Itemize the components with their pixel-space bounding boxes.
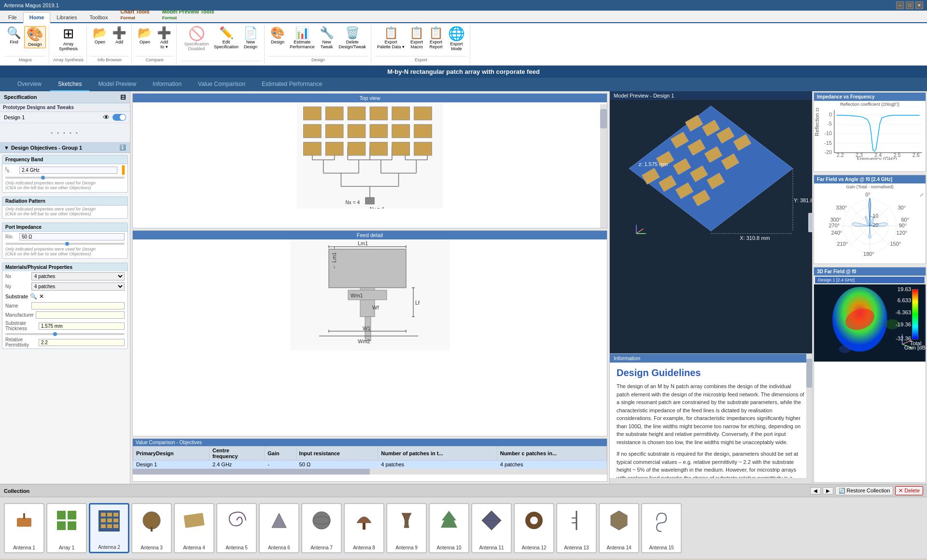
export-report-button[interactable]: 📋 ExportReport bbox=[427, 26, 445, 50]
add-to-icon: ➕ bbox=[157, 27, 171, 39]
nav-tab-model-preview[interactable]: Model Preview bbox=[90, 78, 144, 91]
delete-collection-button[interactable]: ✕ Delete bbox=[895, 486, 923, 495]
minimize-button[interactable]: − bbox=[896, 1, 904, 9]
visibility-icon[interactable]: 👁 bbox=[103, 113, 110, 121]
export-palette-label: ExportPalette Data ▾ bbox=[377, 40, 405, 49]
ny-select[interactable]: 4 patches bbox=[31, 282, 125, 291]
antenna-item-14[interactable]: Antenna 13 bbox=[556, 503, 597, 553]
svg-text:Lf: Lf bbox=[415, 300, 420, 306]
delete-icon: ✕ bbox=[899, 488, 903, 493]
name-input[interactable] bbox=[31, 302, 125, 309]
permittivity-input[interactable] bbox=[39, 339, 125, 346]
info-h-scrollbar[interactable] bbox=[610, 478, 806, 484]
ribbon-group-specification: 🚫 SpecificationDisabled ✏️ EditSpecifica… bbox=[178, 25, 265, 63]
svg-text:240°: 240° bbox=[831, 230, 843, 236]
nav-tab-estimated-performance[interactable]: Estimated Performance bbox=[254, 78, 330, 91]
table-h-scrollbar[interactable] bbox=[133, 469, 607, 475]
design-action-button[interactable]: 🎨 Design bbox=[268, 26, 287, 45]
specification-disabled-button[interactable]: 🚫 SpecificationDisabled bbox=[182, 26, 211, 52]
new-tweak-button[interactable]: 🔧 NewTweak bbox=[318, 26, 336, 50]
nav-prev-button[interactable]: ◀ bbox=[810, 487, 821, 494]
info-scrollbar[interactable] bbox=[806, 354, 812, 484]
new-tweak-icon: 🔧 bbox=[320, 27, 334, 39]
antenna-item-2[interactable]: Array 1 bbox=[46, 503, 87, 553]
antenna-item-12[interactable]: Antenna 11 bbox=[471, 503, 512, 553]
tab-libraries[interactable]: Libraries bbox=[50, 12, 83, 22]
antenna-item-6[interactable]: Antenna 5 bbox=[216, 503, 257, 553]
antenna-thumb-7 bbox=[265, 506, 294, 535]
info-icon[interactable]: ℹ️ bbox=[119, 144, 126, 151]
new-design-button[interactable]: 📄 NewDesign bbox=[241, 26, 260, 50]
antenna-item-11[interactable]: Antenna 10 bbox=[429, 503, 469, 553]
antenna-thumb-13 bbox=[520, 506, 548, 535]
polar-expand-button[interactable]: ⤢ bbox=[920, 192, 924, 197]
nav-tab-value-comparison[interactable]: Value Comparison bbox=[190, 78, 253, 91]
svg-text:Y: 381.6 mm: Y: 381.6 mm bbox=[794, 197, 812, 203]
open-compare-button[interactable]: 📂 Open bbox=[136, 26, 154, 45]
antenna-item-16[interactable]: Antenna 15 bbox=[641, 503, 682, 553]
design-item-label: Design 1 bbox=[4, 114, 100, 120]
design-button[interactable]: 🎨 Design bbox=[24, 26, 46, 48]
nav-tab-information[interactable]: Information bbox=[145, 78, 189, 91]
array-synthesis-button[interactable]: ⊞ ArraySynthesis bbox=[56, 26, 81, 52]
tab-home[interactable]: Home bbox=[23, 12, 51, 23]
expand-handle[interactable] bbox=[808, 213, 812, 232]
fs-slider[interactable] bbox=[5, 177, 125, 179]
tab-file[interactable]: File bbox=[2, 12, 23, 22]
antenna-item-7[interactable]: Antenna 6 bbox=[259, 503, 299, 553]
thickness-slider[interactable] bbox=[5, 333, 125, 335]
add-info-button[interactable]: ➕ Add bbox=[110, 26, 128, 45]
tab-toolbox[interactable]: Toolbox bbox=[83, 12, 114, 22]
nx-select[interactable]: 4 patches bbox=[31, 272, 125, 280]
antenna-item-10[interactable]: Antenna 9 bbox=[386, 503, 427, 553]
ny-text: Ny = 4 bbox=[370, 207, 384, 209]
restore-collection-button[interactable]: 🔄 Restore Collection bbox=[835, 486, 894, 495]
antenna-item-8[interactable]: Antenna 7 bbox=[301, 503, 342, 553]
spec-expand-icon[interactable]: ⊟ bbox=[120, 93, 126, 101]
maximize-button[interactable]: □ bbox=[906, 1, 913, 9]
rin-slider[interactable] bbox=[5, 243, 125, 245]
svg-rect-26 bbox=[392, 107, 410, 120]
antenna-item-13[interactable]: Antenna 12 bbox=[514, 503, 554, 553]
design-toggle[interactable] bbox=[112, 114, 126, 121]
nav-tab-sketches[interactable]: Sketches bbox=[50, 78, 89, 91]
antenna-item-9[interactable]: Antenna 8 bbox=[344, 503, 384, 553]
svg-rect-42 bbox=[329, 249, 406, 288]
thickness-input[interactable] bbox=[39, 322, 125, 330]
nav-tab-overview[interactable]: Overview bbox=[10, 78, 49, 91]
nx-row: Nx 4 patches bbox=[2, 271, 127, 281]
substrate-search-icon[interactable]: 🔍 bbox=[30, 293, 37, 300]
collapse-arrow: ▼ bbox=[4, 145, 9, 151]
find-button[interactable]: 🔍 Find bbox=[5, 26, 23, 45]
antenna-thumb-6 bbox=[222, 506, 251, 535]
edit-specification-button[interactable]: ✏️ EditSpecification bbox=[212, 26, 240, 50]
manufacturer-input[interactable] bbox=[36, 311, 125, 319]
tab-model-preview[interactable]: Model Preview ToolsFormat bbox=[156, 6, 221, 22]
tab-chart-tools[interactable]: Chart ToolsFormat bbox=[114, 6, 155, 22]
edit-specification-label: EditSpecification bbox=[214, 40, 239, 49]
open-info-button[interactable]: 📂 Open bbox=[91, 26, 109, 45]
svg-text:-20: -20 bbox=[824, 149, 832, 155]
estimate-performance-button[interactable]: 📊 EstimatePerformance bbox=[288, 26, 317, 50]
antenna-item-1[interactable]: Antenna 1 bbox=[4, 503, 44, 553]
export-palette-button[interactable]: 📋 ExportPalette Data ▾ bbox=[375, 26, 407, 50]
antenna-item-5[interactable]: Antenna 4 bbox=[174, 503, 214, 553]
antenna-item-4[interactable]: Antenna 3 bbox=[131, 503, 172, 553]
close-button[interactable]: ✕ bbox=[915, 1, 923, 9]
substrate-clear-icon[interactable]: ✕ bbox=[39, 293, 44, 300]
svg-text:Wm1: Wm1 bbox=[351, 293, 363, 298]
antenna-item-3[interactable]: Antenna 2 bbox=[89, 503, 129, 553]
antenna-item-15[interactable]: Antenna 14 bbox=[599, 503, 639, 553]
objectives-header[interactable]: ▼ Design Objectives - Group 1 ℹ️ bbox=[0, 142, 130, 153]
design-item-1[interactable]: Design 1 👁 bbox=[0, 112, 130, 123]
add-to-button[interactable]: ➕ Addto ▾ bbox=[155, 26, 173, 50]
export-macro-button[interactable]: 📋 ExportMacro bbox=[407, 26, 426, 50]
open-compare-label: Open bbox=[140, 40, 150, 44]
export-mode-button[interactable]: 🌐 ExportMode bbox=[446, 26, 467, 52]
fs-input[interactable] bbox=[19, 167, 117, 174]
top-view-scrollbar[interactable] bbox=[600, 104, 607, 228]
nav-next-button[interactable]: ▶ bbox=[823, 487, 833, 494]
delete-design-button[interactable]: 🗑️ DeleteDesign/Tweak bbox=[337, 26, 368, 50]
rin-input[interactable] bbox=[19, 233, 125, 240]
table-row[interactable]: Design 1 2.4 GHz - 50 Ω 4 patches 4 patc… bbox=[133, 461, 607, 469]
